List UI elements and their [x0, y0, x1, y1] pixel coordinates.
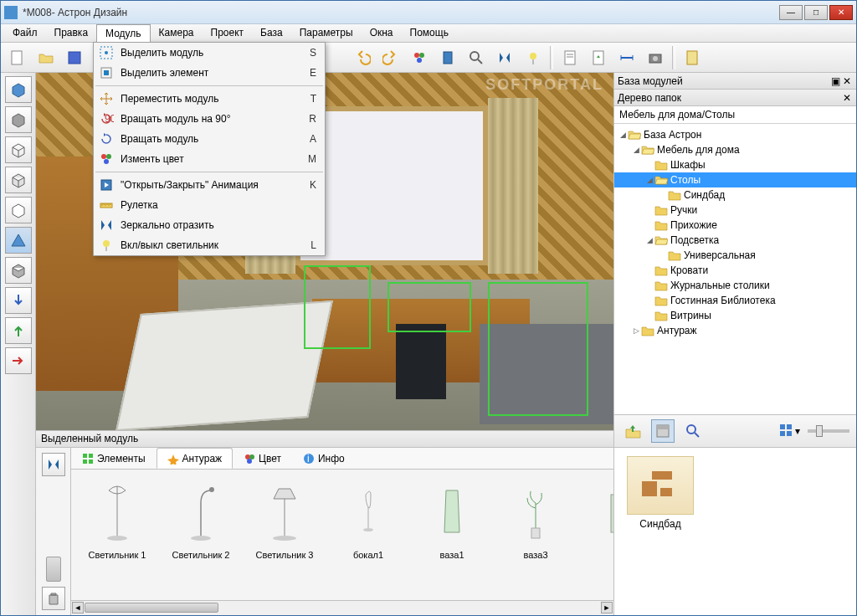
- tree-node[interactable]: ▷Антураж: [614, 323, 856, 338]
- menu-файл[interactable]: Файл: [4, 24, 46, 42]
- menu-item-light[interactable]: Вкл/выкл светильникL: [94, 235, 325, 255]
- gallery-item[interactable]: бокал1: [339, 478, 398, 592]
- tree-node[interactable]: ◢Подсветка: [614, 233, 856, 248]
- gallery-item[interactable]: Светильник 3: [255, 478, 314, 592]
- folder-tree-title: Дерево папок: [618, 92, 841, 104]
- menu-камера[interactable]: Камера: [151, 24, 203, 42]
- report-button[interactable]: [680, 46, 704, 69]
- tree-node[interactable]: ◢Мебель для дома: [614, 142, 856, 157]
- mirror-button[interactable]: [493, 46, 516, 69]
- close-panel-button[interactable]: ✕: [841, 75, 853, 87]
- tree-node[interactable]: ◢Столы: [614, 172, 856, 187]
- menu-item-label: Вращать модуль на 90°: [121, 113, 309, 125]
- tree-node[interactable]: Шкафы: [614, 157, 856, 172]
- mirror-tool[interactable]: [42, 453, 65, 476]
- document-button[interactable]: [558, 46, 582, 69]
- entourage-gallery: Светильник 1Светильник 2Светильник 3бока…: [71, 470, 613, 600]
- gallery-folder-item[interactable]: Синдбад: [623, 456, 698, 530]
- tab-цвет[interactable]: Цвет: [233, 448, 292, 469]
- cube-shaded-tool[interactable]: [5, 106, 32, 133]
- palette-button[interactable]: [408, 46, 431, 69]
- minimize-button[interactable]: —: [779, 5, 803, 20]
- cube-solid-tool[interactable]: [5, 76, 32, 103]
- menu-помощь[interactable]: Помощь: [402, 24, 457, 42]
- menu-item-move[interactable]: Переместить модульT: [94, 89, 325, 109]
- tree-node[interactable]: Кровати: [614, 263, 856, 278]
- arrow-up-tool[interactable]: [5, 317, 32, 344]
- svg-point-15: [419, 53, 424, 58]
- undo-button[interactable]: [351, 46, 374, 69]
- slider-handle[interactable]: [46, 557, 61, 582]
- tree-node[interactable]: Журнальные столики: [614, 278, 856, 293]
- svg-point-52: [687, 425, 695, 434]
- zoom-button[interactable]: [464, 46, 488, 69]
- tab-элементы[interactable]: Элементы: [71, 448, 157, 469]
- tree-node[interactable]: Синдбад: [614, 187, 856, 203]
- trash-button[interactable]: [42, 587, 65, 610]
- menu-item-shortcut: M: [308, 153, 320, 165]
- lamp-button[interactable]: [521, 46, 545, 69]
- perspective-tool[interactable]: [5, 227, 32, 254]
- tree-node[interactable]: Универсальная: [614, 248, 856, 263]
- select-module-icon: [99, 45, 114, 60]
- search-button[interactable]: [681, 419, 705, 443]
- menu-item-rotate90[interactable]: 90Вращать модуль на 90°R: [94, 109, 325, 129]
- menu-item-label: Вращать модуль: [121, 133, 310, 145]
- dimension-button[interactable]: [615, 46, 639, 69]
- new-button[interactable]: [6, 46, 29, 69]
- up-folder-button[interactable]: [621, 419, 644, 443]
- camera-button[interactable]: [644, 46, 667, 69]
- view-mode-button[interactable]: ▾: [777, 419, 801, 443]
- menu-окна[interactable]: Окна: [362, 24, 402, 42]
- zoom-slider[interactable]: [808, 429, 849, 433]
- tab-инфо[interactable]: iИнфо: [292, 448, 356, 469]
- maximize-button[interactable]: □: [804, 5, 828, 20]
- door-button[interactable]: [436, 46, 459, 69]
- close-button[interactable]: ✕: [829, 5, 853, 20]
- menu-проект[interactable]: Проект: [203, 24, 253, 42]
- gallery-item[interactable]: Светильник 1: [88, 478, 146, 592]
- cube-iso-tool[interactable]: [5, 257, 32, 284]
- menu-item-mirror[interactable]: Зеркально отразить: [94, 215, 325, 235]
- gallery-scrollbar[interactable]: ◄►: [71, 600, 613, 615]
- tree-node[interactable]: Прихожие: [614, 218, 856, 233]
- tree-node[interactable]: Гостинная Библиотека: [614, 293, 856, 308]
- svg-point-18: [470, 52, 479, 60]
- tree-node[interactable]: Витрины: [614, 308, 856, 323]
- arrow-right-tool[interactable]: [5, 347, 32, 374]
- cube-wire3-tool[interactable]: [5, 197, 32, 223]
- redo-button[interactable]: [379, 46, 403, 69]
- rotate90-icon: 90: [99, 111, 114, 126]
- menu-item-rotate[interactable]: Вращать модульA: [94, 129, 325, 149]
- menu-параметры[interactable]: Параметры: [291, 24, 362, 42]
- svg-rect-12: [69, 52, 80, 64]
- gallery-item[interactable]: ваза3: [506, 478, 565, 592]
- window-title: *M008- Астрон Дизайн: [23, 7, 779, 18]
- export-button[interactable]: [587, 46, 610, 69]
- close-tree-button[interactable]: ✕: [841, 92, 853, 104]
- menu-item-color[interactable]: Изменть цветM: [94, 149, 325, 169]
- gallery-item[interactable]: ва: [590, 478, 613, 592]
- menu-item-ruler[interactable]: Рулетка: [94, 195, 325, 215]
- pin-icon[interactable]: ▣: [829, 75, 841, 87]
- save-button[interactable]: [63, 46, 86, 69]
- menu-item-animation[interactable]: "Открыть/Закрыть" АнимацияK: [94, 175, 325, 195]
- menu-правка[interactable]: Правка: [46, 24, 97, 42]
- svg-point-44: [273, 536, 296, 541]
- menu-модуль[interactable]: Модуль: [96, 24, 151, 42]
- cube-wire2-tool[interactable]: [5, 167, 32, 193]
- menu-item-select-element[interactable]: Выделить элементE: [94, 63, 325, 83]
- arrow-down-tool[interactable]: [5, 287, 32, 314]
- tab-антураж[interactable]: Антураж: [157, 448, 233, 469]
- svg-point-16: [417, 58, 422, 63]
- tree-node[interactable]: ◢База Астрон: [614, 127, 856, 142]
- menu-база[interactable]: База: [252, 24, 291, 42]
- menu-item-select-module[interactable]: Выделить модульS: [94, 43, 325, 63]
- drawer-button[interactable]: [651, 419, 675, 443]
- gallery-item[interactable]: ваза1: [423, 478, 481, 592]
- gallery-item[interactable]: Светильник 2: [172, 478, 230, 592]
- open-button[interactable]: [34, 46, 58, 69]
- tree-node[interactable]: Ручки: [614, 203, 856, 218]
- cube-wire1-tool[interactable]: [5, 136, 32, 163]
- module-base-panel: База модулей ▣ ✕ Дерево папок ✕ Мебель д…: [613, 73, 856, 615]
